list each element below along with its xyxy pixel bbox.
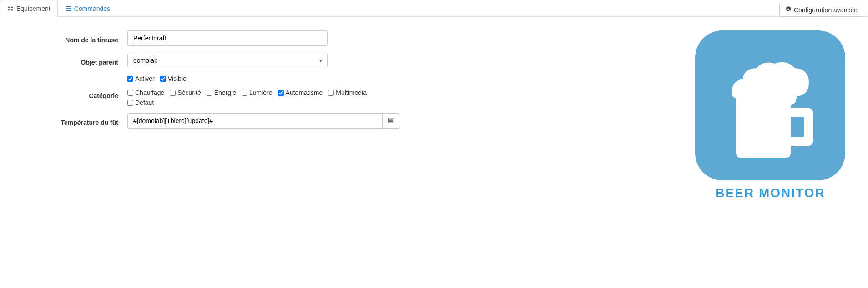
name-input[interactable] <box>127 30 328 46</box>
category-energy-checkbox[interactable] <box>207 90 212 96</box>
list-alt-icon <box>388 117 394 125</box>
visible-label[interactable]: Visible <box>168 75 187 82</box>
category-multimedia-label[interactable]: Multimedia <box>336 89 367 96</box>
svg-point-0 <box>8 6 10 8</box>
category-security-checkbox[interactable] <box>170 90 176 96</box>
logo-section: BEER MONITOR <box>686 26 868 205</box>
svg-rect-9 <box>389 120 393 120</box>
svg-rect-4 <box>66 6 71 7</box>
category-multimedia-checkbox[interactable] <box>328 90 334 96</box>
temperature-label: Température du fût <box>9 116 127 126</box>
name-label: Nom de la tireuse <box>9 33 127 44</box>
category-heating-label[interactable]: Chauffage <box>135 89 164 96</box>
svg-point-2 <box>8 9 10 11</box>
svg-rect-10 <box>389 121 393 121</box>
svg-point-1 <box>11 6 13 8</box>
category-default-checkbox[interactable] <box>127 100 133 106</box>
advanced-config-button[interactable]: Configuration avancée <box>779 3 863 17</box>
advanced-config-label: Configuration avancée <box>794 6 858 14</box>
category-automation-checkbox[interactable] <box>278 90 284 96</box>
category-light-label[interactable]: Lumière <box>249 89 273 96</box>
gears-icon <box>785 6 792 14</box>
tab-equipment[interactable]: Equipement <box>0 0 58 17</box>
category-label: Catégorie <box>9 89 127 99</box>
tab-bar: Equipement Commandes Configuration avanc… <box>0 0 868 17</box>
category-default-label[interactable]: Defaut <box>135 99 154 106</box>
category-heating-checkbox[interactable] <box>127 90 133 96</box>
activate-checkbox[interactable] <box>127 76 133 82</box>
activate-label[interactable]: Activer <box>135 75 155 82</box>
category-energy-label[interactable]: Energie <box>214 89 236 96</box>
svg-rect-5 <box>66 8 71 9</box>
category-light-checkbox[interactable] <box>242 90 247 96</box>
category-security-label[interactable]: Sécurité <box>177 89 201 96</box>
visible-checkbox[interactable] <box>160 76 166 82</box>
svg-rect-8 <box>389 119 393 119</box>
tab-commands-label: Commandes <box>74 5 110 12</box>
tab-equipment-label: Equipement <box>16 5 50 12</box>
dashboard-icon <box>7 5 14 12</box>
parent-label: Objet parent <box>9 55 127 66</box>
tab-commands[interactable]: Commandes <box>58 0 117 17</box>
temperature-input[interactable] <box>127 113 382 129</box>
logo-image <box>695 30 845 180</box>
parent-select[interactable]: domolab <box>127 53 328 68</box>
list-icon <box>65 5 71 12</box>
svg-point-3 <box>11 9 13 11</box>
temperature-picker-button[interactable] <box>382 113 400 129</box>
svg-rect-6 <box>66 10 71 11</box>
category-automation-label[interactable]: Automatisme <box>286 89 323 96</box>
logo-text: BEER MONITOR <box>715 186 825 200</box>
form-section: Nom de la tireuse Objet parent domolab ▼ <box>0 26 686 205</box>
beer-mug-icon <box>711 46 829 164</box>
